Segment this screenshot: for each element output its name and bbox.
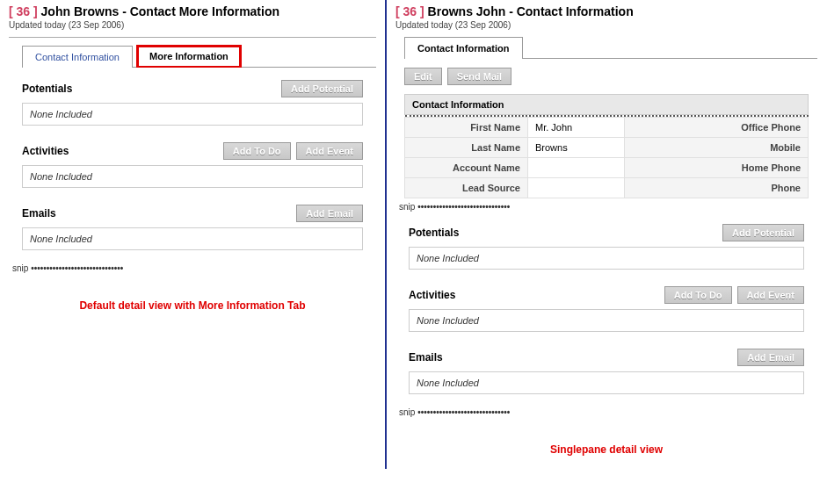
add-email-button[interactable]: Add Email — [296, 205, 363, 222]
section-empty: None Included — [22, 165, 363, 188]
section-title: Emails — [409, 351, 443, 364]
add-event-button[interactable]: Add Event — [737, 286, 804, 304]
snip-label: snip •••••••••••••••••••••••••••••• — [12, 263, 376, 273]
section-activities: Activities Add To Do Add Event None Incl… — [409, 283, 804, 332]
add-todo-button[interactable]: Add To Do — [664, 286, 732, 304]
record-title: Browns John - Contact Information — [428, 4, 634, 18]
snip-label: snip •••••••••••••••••••••••••••••• — [399, 202, 817, 212]
section-title: Activities — [409, 289, 455, 301]
add-potential-button[interactable]: Add Potential — [281, 80, 363, 97]
field-label-first-name: First Name — [405, 118, 528, 138]
field-value-account-name — [528, 158, 625, 178]
tabs: Contact Information More Information — [22, 45, 376, 68]
field-label-office-phone: Office Phone — [625, 118, 809, 138]
updated-label: Updated today (23 Sep 2006) — [395, 20, 817, 30]
tab-more-information[interactable]: More Information — [136, 45, 242, 68]
section-activities: Activities Add To Do Add Event None Incl… — [22, 139, 363, 188]
caption-label: Default detail view with More Informatio… — [9, 299, 376, 312]
add-potential-button[interactable]: Add Potential — [722, 224, 804, 241]
record-id: [ 36 ] — [395, 4, 424, 18]
right-pane: [ 36 ] Browns John - Contact Information… — [387, 0, 826, 469]
contact-info-table: Contact Information First Name Mr. John … — [404, 94, 809, 198]
record-id: [ 36 ] — [9, 4, 38, 18]
divider — [9, 37, 376, 38]
field-label-last-name: Last Name — [405, 138, 528, 158]
record-title: John Browns - Contact More Information — [41, 4, 279, 18]
send-mail-button[interactable]: Send Mail — [447, 68, 511, 85]
add-todo-button[interactable]: Add To Do — [223, 142, 291, 160]
edit-button[interactable]: Edit — [404, 68, 442, 85]
section-empty: None Included — [409, 247, 804, 270]
field-label-phone: Phone — [625, 178, 809, 198]
tab-contact-information[interactable]: Contact Information — [22, 46, 133, 68]
section-potentials: Potentials Add Potential None Included — [22, 76, 363, 126]
tabs: Contact Information — [404, 37, 817, 59]
section-title: Activities — [22, 145, 69, 157]
field-label-account-name: Account Name — [405, 158, 528, 178]
section-potentials: Potentials Add Potential None Included — [409, 220, 804, 270]
section-empty: None Included — [22, 103, 363, 126]
header-title: [ 36 ] John Browns - Contact More Inform… — [9, 4, 376, 18]
dots-icon: •••••••••••••••••••••••••••••• — [417, 407, 510, 417]
dots-icon: •••••••••••••••••••••••••••••• — [31, 263, 123, 273]
section-empty: None Included — [409, 371, 804, 394]
add-event-button[interactable]: Add Event — [296, 142, 363, 160]
section-title: Potentials — [409, 227, 459, 239]
section-title: Potentials — [22, 83, 72, 95]
snip-label: snip •••••••••••••••••••••••••••••• — [399, 407, 817, 417]
caption-label: Singlepane detail view — [395, 443, 817, 456]
section-title: Emails — [22, 207, 56, 220]
tab-contact-information[interactable]: Contact Information — [404, 37, 523, 59]
field-value-last-name: Browns — [528, 138, 625, 158]
action-bar: Edit Send Mail — [404, 68, 809, 85]
field-value-lead-source — [528, 178, 625, 198]
section-empty: None Included — [22, 227, 363, 250]
section-emails: Emails Add Email None Included — [22, 201, 363, 250]
add-email-button[interactable]: Add Email — [737, 349, 804, 366]
header-title: [ 36 ] Browns John - Contact Information — [395, 4, 817, 18]
section-emails: Emails Add Email None Included — [409, 345, 804, 394]
field-value-first-name: Mr. John — [528, 118, 625, 138]
field-label-home-phone: Home Phone — [625, 158, 809, 178]
dots-icon: •••••••••••••••••••••••••••••• — [417, 202, 510, 212]
section-empty: None Included — [409, 309, 804, 332]
field-label-lead-source: Lead Source — [405, 178, 528, 198]
updated-label: Updated today (23 Sep 2006) — [9, 20, 376, 30]
field-label-mobile: Mobile — [625, 138, 809, 158]
left-pane: [ 36 ] John Browns - Contact More Inform… — [0, 0, 387, 469]
group-header: Contact Information — [405, 95, 809, 115]
